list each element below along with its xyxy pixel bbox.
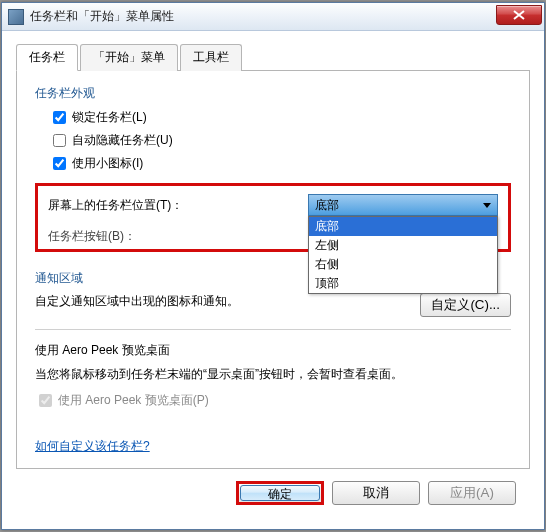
ok-button[interactable]: 确定	[236, 481, 324, 505]
taskbar-location-combo-wrap: 底部 底部 左侧 右侧 顶部	[308, 194, 498, 216]
apply-button: 应用(A)	[428, 481, 516, 505]
aero-peek-row: 使用 Aero Peek 预览桌面(P)	[35, 391, 511, 410]
aero-peek-label: 使用 Aero Peek 预览桌面(P)	[58, 392, 209, 409]
close-button[interactable]	[496, 5, 542, 25]
window-title: 任务栏和「开始」菜单属性	[30, 8, 174, 25]
autohide-checkbox[interactable]	[53, 134, 66, 147]
customize-button[interactable]: 自定义(C)...	[420, 293, 511, 317]
taskbar-location-label: 屏幕上的任务栏位置(T)：	[48, 197, 183, 214]
tab-taskbar[interactable]: 任务栏	[16, 44, 78, 71]
autohide-row[interactable]: 自动隐藏任务栏(U)	[35, 131, 511, 150]
appearance-section: 任务栏外观 锁定任务栏(L) 自动隐藏任务栏(U) 使用小图标(I)	[35, 85, 511, 173]
aero-peek-checkbox	[39, 394, 52, 407]
dialog-footer: 确定 取消 应用(A)	[16, 469, 530, 505]
combo-value: 底部	[315, 198, 339, 212]
titlebar[interactable]: 任务栏和「开始」菜单属性	[2, 3, 544, 31]
aero-section: 使用 Aero Peek 预览桌面 当您将鼠标移动到任务栏末端的“显示桌面”按钮…	[35, 342, 511, 410]
help-link[interactable]: 如何自定义该任务栏?	[35, 438, 150, 455]
autohide-label: 自动隐藏任务栏(U)	[72, 132, 173, 149]
taskbar-location-row: 屏幕上的任务栏位置(T)： 底部 底部 左侧 右侧 顶部	[38, 186, 508, 224]
small-icons-checkbox[interactable]	[53, 157, 66, 170]
dropdown-option-right[interactable]: 右侧	[309, 255, 497, 274]
taskbar-location-dropdown: 底部 左侧 右侧 顶部	[308, 216, 498, 294]
lock-taskbar-checkbox[interactable]	[53, 111, 66, 124]
tab-panel: 任务栏外观 锁定任务栏(L) 自动隐藏任务栏(U) 使用小图标(I) 屏幕上的任…	[16, 71, 530, 469]
highlight-box: 屏幕上的任务栏位置(T)： 底部 底部 左侧 右侧 顶部	[35, 183, 511, 252]
dialog-window: 任务栏和「开始」菜单属性 任务栏 「开始」菜单 工具栏 任务栏外观 锁定任务栏(…	[1, 2, 545, 530]
dropdown-option-bottom[interactable]: 底部	[309, 217, 497, 236]
small-icons-label: 使用小图标(I)	[72, 155, 143, 172]
aero-title: 使用 Aero Peek 预览桌面	[35, 342, 511, 359]
client-area: 任务栏 「开始」菜单 工具栏 任务栏外观 锁定任务栏(L) 自动隐藏任务栏(U)…	[2, 31, 544, 515]
tab-strip: 任务栏 「开始」菜单 工具栏	[16, 43, 530, 71]
aero-desc: 当您将鼠标移动到任务栏末端的“显示桌面”按钮时，会暂时查看桌面。	[35, 365, 511, 383]
cancel-button[interactable]: 取消	[332, 481, 420, 505]
tab-toolbars[interactable]: 工具栏	[180, 44, 242, 71]
ok-button-inner: 确定	[240, 485, 320, 501]
appearance-title: 任务栏外观	[35, 85, 511, 102]
divider	[35, 329, 511, 330]
notification-desc: 自定义通知区域中出现的图标和通知。	[35, 293, 239, 310]
tab-start-menu[interactable]: 「开始」菜单	[80, 44, 178, 71]
lock-taskbar-row[interactable]: 锁定任务栏(L)	[35, 108, 511, 127]
taskbar-buttons-label: 任务栏按钮(B)：	[48, 229, 136, 243]
notification-row: 自定义通知区域中出现的图标和通知。 自定义(C)...	[35, 293, 511, 317]
close-icon	[513, 10, 525, 20]
dropdown-option-left[interactable]: 左侧	[309, 236, 497, 255]
small-icons-row[interactable]: 使用小图标(I)	[35, 154, 511, 173]
app-icon	[8, 9, 24, 25]
taskbar-location-combo[interactable]: 底部	[308, 194, 498, 216]
lock-taskbar-label: 锁定任务栏(L)	[72, 109, 147, 126]
dropdown-option-top[interactable]: 顶部	[309, 274, 497, 293]
